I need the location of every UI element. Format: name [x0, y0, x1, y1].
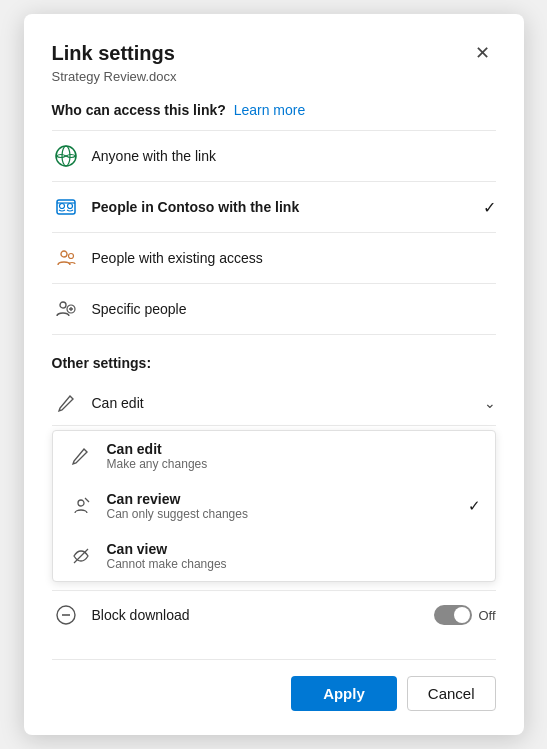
other-settings-label: Other settings: — [52, 355, 496, 371]
anyone-icon — [52, 142, 80, 170]
access-item-specific-label: Specific people — [92, 301, 496, 317]
contoso-check-icon: ✓ — [483, 198, 496, 217]
access-item-existing-label: People with existing access — [92, 250, 496, 266]
option-can-view-subtitle: Cannot make changes — [107, 557, 227, 571]
block-download-row: Block download Off — [52, 590, 496, 639]
access-item-specific[interactable]: Specific people — [52, 284, 496, 335]
permission-dropdown-options: Can edit Make any changes Can review Can… — [52, 430, 496, 582]
can-view-icon — [67, 542, 95, 570]
option-can-review[interactable]: Can review Can only suggest changes ✓ — [53, 481, 495, 531]
svg-point-6 — [68, 254, 73, 259]
specific-icon — [52, 295, 80, 323]
edit-icon — [52, 389, 80, 417]
chevron-down-icon: ⌄ — [484, 395, 496, 411]
block-download-toggle-wrapper: Off — [434, 605, 495, 625]
dialog-header: Link settings ✕ — [52, 42, 496, 65]
option-can-edit[interactable]: Can edit Make any changes — [53, 431, 495, 481]
option-can-edit-subtitle: Make any changes — [107, 457, 208, 471]
option-can-view-text: Can view Cannot make changes — [107, 541, 227, 571]
option-can-view-title: Can view — [107, 541, 227, 557]
permission-dropdown[interactable]: Can edit ⌄ — [52, 381, 496, 426]
apply-button[interactable]: Apply — [291, 676, 397, 711]
review-check-icon: ✓ — [468, 497, 481, 515]
close-button[interactable]: ✕ — [469, 42, 496, 64]
option-can-edit-title: Can edit — [107, 441, 208, 457]
access-item-contoso[interactable]: People in Contoso with the link ✓ — [52, 182, 496, 233]
cancel-button[interactable]: Cancel — [407, 676, 496, 711]
svg-point-7 — [60, 302, 66, 308]
contoso-icon — [52, 193, 80, 221]
svg-point-3 — [59, 204, 64, 209]
access-item-anyone[interactable]: Anyone with the link — [52, 130, 496, 182]
access-list: Anyone with the link People in Contoso w… — [52, 130, 496, 335]
link-settings-dialog: Link settings ✕ Strategy Review.docx Who… — [24, 14, 524, 735]
dialog-title: Link settings — [52, 42, 175, 65]
svg-point-5 — [61, 251, 67, 257]
toggle-knob — [454, 607, 470, 623]
option-can-review-title: Can review — [107, 491, 248, 507]
option-can-edit-text: Can edit Make any changes — [107, 441, 208, 471]
access-section-label: Who can access this link? Learn more — [52, 102, 496, 118]
block-download-icon — [52, 601, 80, 629]
learn-more-link[interactable]: Learn more — [234, 102, 306, 118]
access-item-contoso-label: People in Contoso with the link — [92, 199, 483, 215]
dropdown-current-value: Can edit — [92, 395, 484, 411]
toggle-off-label: Off — [478, 608, 495, 623]
can-edit-icon — [67, 442, 95, 470]
svg-point-9 — [78, 500, 84, 506]
block-download-toggle[interactable] — [434, 605, 472, 625]
svg-point-4 — [67, 204, 72, 209]
dialog-subtitle: Strategy Review.docx — [52, 69, 496, 84]
option-can-view[interactable]: Can view Cannot make changes — [53, 531, 495, 581]
option-can-review-text: Can review Can only suggest changes — [107, 491, 248, 521]
option-can-review-subtitle: Can only suggest changes — [107, 507, 248, 521]
dialog-footer: Apply Cancel — [52, 659, 496, 711]
access-item-existing[interactable]: People with existing access — [52, 233, 496, 284]
block-download-label: Block download — [92, 607, 435, 623]
access-item-anyone-label: Anyone with the link — [92, 148, 496, 164]
existing-icon — [52, 244, 80, 272]
can-review-icon — [67, 492, 95, 520]
